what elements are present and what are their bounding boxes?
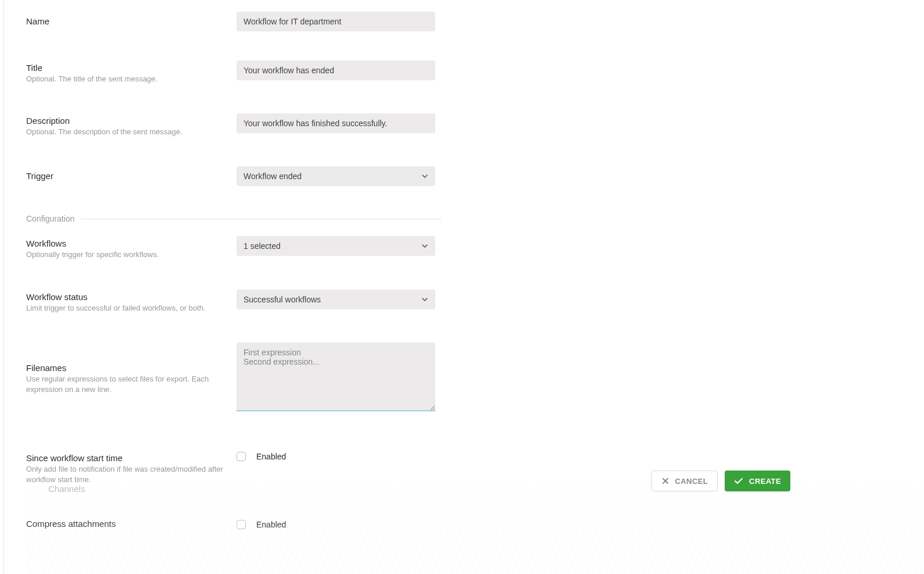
cancel-button-label: CANCEL [675, 477, 708, 486]
workflows-select-value: 1 selected [243, 241, 281, 251]
compress-checkbox[interactable] [237, 520, 246, 529]
name-label: Name [26, 16, 225, 26]
description-help: Optional. The description of the sent me… [26, 127, 225, 137]
since-start-checkbox[interactable] [237, 452, 246, 461]
check-icon [734, 477, 743, 485]
input-col [237, 60, 435, 80]
input-col: 1 selected [237, 236, 435, 256]
trigger-select-value: Workflow ended [243, 172, 302, 181]
name-input[interactable] [237, 12, 435, 31]
since-start-help: Only add file to notification if file wa… [26, 464, 225, 485]
section-configuration: Configuration [4, 204, 924, 224]
description-label: Description [26, 116, 225, 126]
chevron-down-icon [421, 243, 428, 249]
row-description: Description Optional. The description of… [4, 102, 924, 155]
trigger-label: Trigger [26, 171, 225, 181]
chevron-down-icon [421, 173, 428, 180]
label-col: Since workflow start time Only add file … [4, 451, 237, 485]
since-start-label: Since workflow start time [26, 453, 225, 463]
workflow-status-label: Workflow status [26, 292, 225, 302]
compress-checkbox-label: Enabled [256, 520, 286, 529]
input-col [237, 113, 435, 133]
input-col: Enabled [237, 451, 435, 461]
workflows-help: Optionally trigger for specific workflow… [26, 249, 225, 260]
create-button[interactable]: CREATE [725, 470, 790, 491]
description-input[interactable] [237, 113, 435, 133]
row-filenames: Filenames Use regular expressions to sel… [4, 331, 924, 430]
title-input[interactable] [237, 60, 435, 80]
row-trigger: Trigger Workflow ended [4, 155, 924, 204]
label-col: Workflow status Limit trigger to success… [4, 290, 237, 313]
label-col: Description Optional. The description of… [4, 113, 237, 137]
channels-label: Channels [48, 484, 85, 494]
row-workflows: Workflows Optionally trigger for specifi… [4, 224, 924, 277]
workflow-status-select-value: Successful workflows [243, 295, 321, 304]
label-col: Title Optional. The title of the sent me… [4, 60, 237, 84]
label-col: Compress attachments [4, 519, 237, 530]
section-configuration-label: Configuration [26, 214, 74, 223]
close-icon [661, 477, 669, 485]
form-container: Name Title Optional. The title of the se… [3, 0, 924, 574]
since-start-checkbox-row: Enabled [237, 451, 435, 461]
row-since-start: Since workflow start time Only add file … [4, 430, 924, 502]
filenames-textarea[interactable] [237, 343, 435, 411]
title-help: Optional. The title of the sent message. [26, 74, 225, 84]
row-name: Name [4, 0, 924, 49]
label-col: Workflows Optionally trigger for specifi… [4, 236, 237, 260]
input-col [237, 343, 435, 413]
input-col: Workflow ended [237, 166, 435, 186]
label-col: Trigger [4, 171, 237, 182]
label-col: Name [4, 16, 237, 27]
input-col [237, 12, 435, 31]
workflows-select[interactable]: 1 selected [237, 236, 435, 256]
since-start-checkbox-label: Enabled [256, 452, 286, 461]
title-label: Title [26, 63, 225, 73]
label-col: Filenames Use regular expressions to sel… [4, 361, 237, 395]
chevron-down-icon [421, 296, 428, 303]
divider-line [81, 219, 442, 219]
input-col: Successful workflows [237, 290, 435, 309]
footer-buttons: CANCEL CREATE [651, 470, 790, 491]
compress-checkbox-row: Enabled [237, 519, 435, 529]
row-compress: Compress attachments Enabled [4, 502, 924, 536]
compress-label: Compress attachments [26, 519, 225, 529]
create-button-label: CREATE [749, 477, 781, 486]
trigger-select[interactable]: Workflow ended [237, 166, 435, 186]
input-col: Enabled [237, 519, 435, 529]
workflow-status-select[interactable]: Successful workflows [237, 290, 435, 309]
workflow-status-help: Limit trigger to successful or failed wo… [26, 303, 225, 313]
row-workflow-status: Workflow status Limit trigger to success… [4, 278, 924, 331]
cancel-button[interactable]: CANCEL [651, 470, 718, 491]
filenames-help: Use regular expressions to select files … [26, 374, 225, 395]
row-title: Title Optional. The title of the sent me… [4, 49, 924, 102]
workflows-label: Workflows [26, 238, 225, 248]
filenames-label: Filenames [26, 363, 225, 373]
